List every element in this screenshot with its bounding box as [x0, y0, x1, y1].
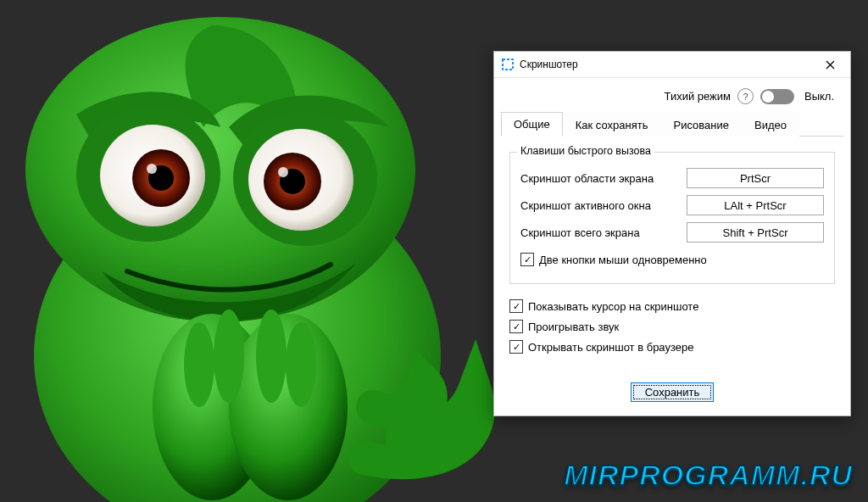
svg-point-5 [148, 165, 174, 191]
both-mouse-label: Две кнопки мыши одновременно [539, 254, 707, 266]
window-title: Скриншотер [520, 59, 813, 70]
option-checkbox-browser[interactable]: ✓ [509, 340, 523, 354]
svg-point-13 [229, 314, 348, 500]
svg-rect-18 [503, 59, 513, 70]
tab-general[interactable]: Общие [501, 112, 563, 137]
quiet-mode-label: Тихий режим [665, 90, 731, 103]
option-checkbox-cursor[interactable]: ✓ [509, 299, 523, 313]
tabs: Общие Как сохранять Рисование Видео [501, 111, 843, 137]
svg-point-11 [278, 167, 288, 177]
option-label-browser: Открывать скриншот в браузере [528, 341, 693, 354]
svg-point-8 [248, 129, 353, 231]
option-label-cursor: Показывать курсор на скриншоте [528, 300, 698, 313]
hotkey-row-fullscreen: Скриншот всего экрана Shift + PrtScr [520, 222, 824, 243]
close-icon [826, 60, 835, 70]
close-button[interactable] [813, 52, 847, 77]
svg-point-14 [184, 322, 214, 407]
chameleon-illustration [0, 0, 509, 502]
help-icon[interactable]: ? [737, 88, 754, 104]
svg-point-9 [264, 153, 321, 210]
svg-point-1 [25, 17, 415, 322]
hotkey-label-window: Скриншот активного окна [520, 199, 687, 212]
hotkeys-legend: Клавиши быстрого вызова [517, 145, 654, 157]
quiet-mode-toggle[interactable] [760, 89, 794, 104]
svg-point-15 [214, 310, 244, 403]
titlebar[interactable]: Скриншотер [494, 52, 850, 78]
tab-drawing[interactable]: Рисование [661, 113, 742, 137]
hotkey-label-area: Скриншот области экрана [520, 172, 687, 185]
stage: Скриншотер Тихий режим ? Выкл. Общие Как… [0, 0, 868, 502]
hotkey-input-area[interactable]: PrtScr [687, 168, 824, 188]
quiet-mode-state: Выкл. [804, 90, 837, 103]
both-mouse-row: ✓ Две кнопки мыши одновременно [520, 253, 824, 266]
svg-point-6 [147, 164, 157, 174]
both-mouse-checkbox[interactable]: ✓ [520, 253, 534, 266]
app-icon [501, 58, 515, 71]
svg-point-17 [286, 322, 316, 407]
option-checkbox-sound[interactable]: ✓ [509, 320, 523, 333]
svg-point-2 [76, 106, 220, 242]
svg-point-12 [153, 314, 271, 500]
svg-point-4 [132, 149, 190, 207]
svg-point-7 [233, 110, 377, 246]
svg-point-3 [100, 125, 205, 226]
hotkey-row-area: Скриншот области экрана PrtScr [520, 168, 824, 188]
hotkey-input-window[interactable]: LAlt + PrtScr [687, 195, 824, 215]
svg-point-10 [280, 169, 305, 194]
svg-point-16 [256, 310, 287, 403]
option-label-sound: Проигрывать звук [528, 321, 619, 333]
quiet-mode-row: Тихий режим ? Выкл. [494, 78, 850, 111]
hotkey-label-fullscreen: Скриншот всего экрана [520, 226, 687, 239]
option-row-sound: ✓ Проигрывать звук [509, 320, 835, 333]
option-row-cursor: ✓ Показывать курсор на скриншоте [509, 299, 835, 313]
save-button[interactable]: Сохранить [631, 382, 715, 402]
tab-saving[interactable]: Как сохранять [563, 113, 661, 137]
svg-point-0 [34, 170, 441, 502]
hotkeys-group: Клавиши быстрого вызова Скриншот области… [509, 152, 835, 284]
tab-panel-general: Клавиши быстрого вызова Скриншот области… [494, 137, 850, 374]
option-row-browser: ✓ Открывать скриншот в браузере [509, 340, 835, 354]
watermark-text: MIRPROGRAMM.RU [564, 459, 853, 492]
settings-dialog: Скриншотер Тихий режим ? Выкл. Общие Как… [493, 51, 851, 416]
hotkey-input-fullscreen[interactable]: Shift + PrtScr [687, 222, 824, 243]
hotkey-row-window: Скриншот активного окна LAlt + PrtScr [520, 195, 824, 215]
dialog-footer: Сохранить [494, 374, 850, 416]
tab-video[interactable]: Видео [742, 113, 799, 137]
